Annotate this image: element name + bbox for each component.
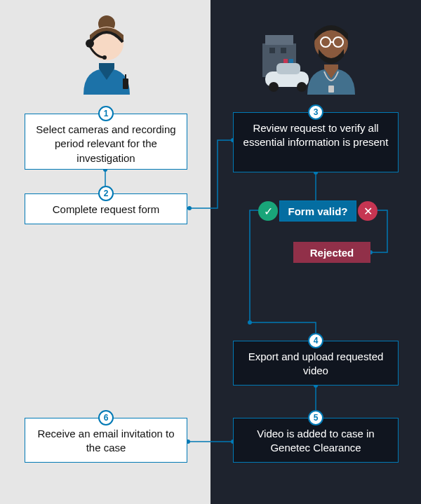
svg-rect-20	[328, 86, 334, 93]
step-5: 5 Video is added to case in Genetec Clea…	[233, 418, 399, 463]
step-5-text: Video is added to case in Genetec Cleara…	[257, 428, 374, 454]
svg-rect-4	[123, 79, 128, 89]
rejected-text: Rejected	[310, 247, 354, 259]
step-2-badge: 2	[98, 186, 114, 201]
step-4-text: Export and upload requested video	[248, 350, 384, 376]
decision-no-icon: ✕	[358, 201, 377, 221]
x-icon: ✕	[363, 205, 373, 218]
workflow-diagram: 1 Select cameras and recording period re…	[0, 0, 421, 504]
decision-yes-icon: ✓	[258, 201, 278, 221]
officer-illustration	[261, 14, 366, 95]
svg-point-14	[269, 82, 279, 92]
step-3-text: Review request to verify all essential i…	[243, 122, 389, 148]
svg-rect-13	[289, 59, 293, 63]
svg-rect-8	[269, 48, 275, 53]
step-3-badge: 3	[308, 104, 323, 120]
rejected-state: Rejected	[293, 242, 370, 263]
step-2: 2 Complete request form	[25, 193, 187, 224]
svg-rect-9	[281, 48, 286, 53]
step-4-badge: 4	[308, 333, 323, 348]
step-5-badge: 5	[308, 410, 323, 425]
decision-form-valid: Form valid?	[279, 200, 356, 222]
step-2-text: Complete request form	[53, 203, 160, 215]
step-1: 1 Select cameras and recording period re…	[25, 114, 187, 170]
check-icon: ✓	[264, 205, 273, 218]
step-6-badge: 6	[98, 410, 114, 425]
svg-point-15	[297, 82, 307, 92]
step-1-text: Select cameras and recording period rele…	[36, 123, 175, 164]
svg-rect-7	[265, 35, 293, 45]
requester-persona	[75, 14, 138, 97]
step-4: 4 Export and upload requested video	[233, 341, 399, 386]
svg-point-3	[102, 55, 107, 60]
step-1-badge: 1	[98, 106, 114, 121]
svg-rect-11	[276, 63, 300, 74]
step-6: 6 Receive an email invitation to the cas…	[25, 418, 187, 463]
step-6-text: Receive an email invitation to the case	[37, 428, 174, 454]
svg-rect-12	[283, 59, 288, 63]
reviewer-persona	[261, 14, 366, 97]
decision-text: Form valid?	[288, 205, 347, 217]
step-3: 3 Review request to verify all essential…	[233, 112, 399, 172]
operator-illustration	[75, 14, 138, 95]
